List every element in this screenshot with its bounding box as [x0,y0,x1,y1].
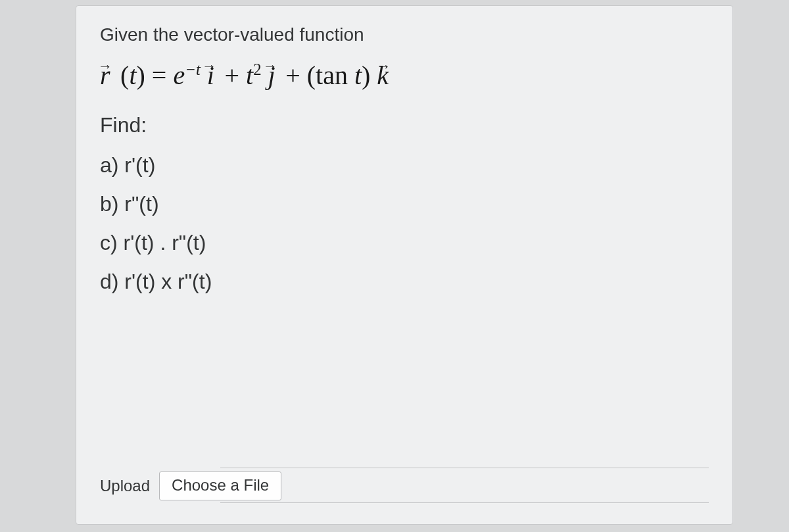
eq-close: ) [362,60,377,90]
eq-paren-open: ( [120,60,129,90]
vector-arrow-icon: → [202,58,216,75]
eq-tan-t: t [354,60,362,90]
find-label: Find: [100,113,709,137]
vector-equation: r→ (t) = e−t i→ + t2 j→ + (tan t) k→ [100,60,709,91]
eq-t2-sup: 2 [253,60,261,78]
eq-equals: = [152,60,174,90]
prompt-text: Given the vector-valued function [100,24,709,45]
eq-paren-close: ) [137,60,145,90]
divider [220,502,709,503]
item-d: d) r'(t) x r"(t) [100,270,709,294]
vector-arrow-icon: → [98,58,112,75]
item-b: b) r"(t) [100,192,709,216]
eq-t: t [129,60,136,90]
divider [220,468,709,468]
vector-arrow-icon: → [263,58,277,75]
eq-plus-2: + (tan [285,60,354,90]
eq-plus-1: + [224,60,246,90]
eq-sup-neg-t: −t [185,60,201,78]
upload-section: Upload Choose a File [100,468,709,503]
item-a: a) r'(t) [100,153,709,178]
eq-e: e [173,60,185,90]
choose-file-button[interactable]: Choose a File [159,472,281,500]
upload-label: Upload [100,477,150,495]
eq-t2-base: t [246,60,253,90]
question-card: Given the vector-valued function r→ (t) … [76,5,733,525]
vector-arrow-icon: → [376,58,391,75]
item-c: c) r'(t) . r"(t) [100,231,709,255]
